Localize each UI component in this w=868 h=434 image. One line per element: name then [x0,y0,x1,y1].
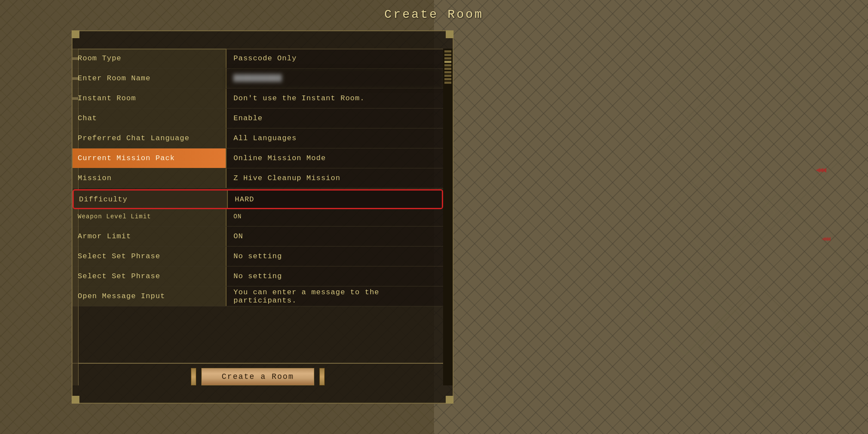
corner-decoration [446,396,454,404]
row-value-mission: Z Hive Cleanup Mission [227,168,443,188]
bottom-area: Create a Room [72,364,443,390]
row-label-armor-limit: Armor Limit [72,227,227,246]
row-label-room-type: Room Type [72,49,227,68]
page-title: Create Room [385,8,484,21]
row-label-preferred-chat-language: Preferred Chat Language [72,128,227,148]
corner-decoration [446,30,454,38]
diamond-container: ◀◀◀ ◀◀◀ [456,0,868,434]
corner-decoration [72,30,79,38]
menu-row-select-set-phrase-2[interactable]: Select Set PhraseNo setting [72,266,443,286]
button-accent-left [191,368,196,385]
menu-row-preferred-chat-language[interactable]: Preferred Chat LanguageAll Languages [72,128,443,148]
row-value-preferred-chat-language: All Languages [227,128,443,148]
row-label-chat: Chat [72,108,227,128]
row-value-instant-room: Don't use the Instant Room. [227,89,443,108]
menu-row-instant-room[interactable]: Instant RoomDon't use the Instant Room. [72,89,443,108]
menu-list: Room TypePasscode OnlyEnter Room Name███… [72,49,443,306]
row-label-mission: Mission [72,168,227,188]
row-label-weapon-level-limit: Weapon Level Limit [72,207,227,226]
row-value-difficulty: HARD [228,191,442,208]
menu-row-open-message-input[interactable]: Open Message InputYou can enter a messag… [72,286,443,306]
menu-row-room-type[interactable]: Room TypePasscode Only [72,49,443,69]
row-value-open-message-input: You can enter a message to the participa… [227,286,443,306]
menu-row-enter-room-name[interactable]: Enter Room Name██████████ [72,69,443,89]
row-label-select-set-phrase-1: Select Set Phrase [72,247,227,266]
menu-row-chat[interactable]: ChatEnable [72,108,443,128]
menu-row-difficulty[interactable]: DifficultyHARD [72,189,443,209]
row-value-room-type: Passcode Only [227,49,443,68]
menu-row-weapon-level-limit[interactable]: Weapon Level LimitON [72,207,443,227]
create-room-button[interactable]: Create a Room [201,368,314,385]
row-value-select-set-phrase-1: No setting [227,247,443,266]
button-accent-right [319,368,325,385]
row-label-difficulty: Difficulty [74,191,228,208]
menu-row-mission[interactable]: MissionZ Hive Cleanup Mission [72,168,443,188]
row-label-current-mission-pack: Current Mission Pack [72,148,227,168]
row-label-open-message-input: Open Message Input [72,286,227,306]
panel-scrollbar [443,49,453,385]
main-panel: Room TypePasscode OnlyEnter Room Name███… [72,30,454,404]
row-value-weapon-level-limit: ON [227,207,443,226]
menu-row-current-mission-pack[interactable]: Current Mission PackOnline Mission Mode [72,148,443,168]
row-value-armor-limit: ON [227,227,443,246]
menu-row-armor-limit[interactable]: Armor LimitON [72,227,443,247]
row-value-current-mission-pack: Online Mission Mode [227,148,443,168]
row-value-select-set-phrase-2: No setting [227,266,443,286]
row-label-enter-room-name: Enter Room Name [72,69,227,88]
row-value-enter-room-name: ██████████ [227,69,443,88]
menu-row-select-set-phrase-1[interactable]: Select Set PhraseNo setting [72,247,443,266]
row-label-select-set-phrase-2: Select Set Phrase [72,266,227,286]
corner-decoration [72,396,79,404]
row-value-chat: Enable [227,108,443,128]
row-label-instant-room: Instant Room [72,89,227,108]
